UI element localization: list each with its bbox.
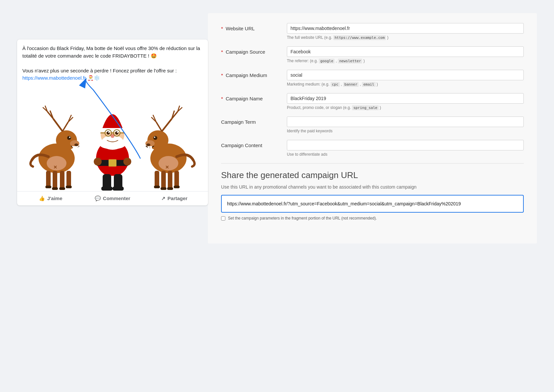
svg-rect-68 <box>155 171 159 187</box>
svg-rect-24 <box>66 186 72 188</box>
post-image: ✕ <box>17 86 208 191</box>
campaign-source-row: * Campaign Source The referrer: (e.g. go… <box>221 46 524 63</box>
campaign-name-input-col: Product, promo code, or slogan (e.g. spr… <box>287 93 524 110</box>
svg-point-57 <box>146 144 150 146</box>
svg-point-36 <box>107 131 110 135</box>
required-star-name: * <box>221 96 223 101</box>
campaign-content-hint: Use to differentiate ads <box>287 152 524 157</box>
svg-point-34 <box>110 97 115 102</box>
spring-sale-code: spring_sale <box>352 105 379 110</box>
website-url-input-col: The full website URL (e.g. https://www.e… <box>287 23 524 40</box>
campaign-term-row: Campaign Term Identify the paid keywords <box>221 117 524 133</box>
campaign-medium-input-col: Marketing medium: (e.g. cpc , banner , e… <box>287 70 524 87</box>
campaign-medium-row: * Campaign Medium Marketing medium: (e.g… <box>221 70 524 87</box>
share-button[interactable]: ↗ Partager <box>143 193 205 204</box>
campaign-source-label: Campaign Source <box>226 49 265 55</box>
campaign-medium-hint: Marketing medium: (e.g. cpc , banner , e… <box>287 82 524 87</box>
svg-rect-23 <box>59 187 65 190</box>
main-container: À l'occasion du Black Friday, Ma botte d… <box>17 13 537 244</box>
svg-rect-74 <box>167 187 173 190</box>
svg-rect-75 <box>174 186 180 188</box>
required-star-source: * <box>221 49 223 55</box>
campaign-medium-input[interactable] <box>287 70 524 80</box>
share-section-title: Share the generated campaign URL <box>221 170 524 180</box>
share-section: Share the generated campaign URL Use thi… <box>221 170 524 221</box>
svg-rect-59 <box>150 146 152 148</box>
website-url-input[interactable] <box>287 23 524 34</box>
banner-code: banner <box>343 82 359 87</box>
campaign-term-label-col: Campaign Term <box>221 117 287 125</box>
email-code: email <box>362 82 375 87</box>
checkbox-row: Set the campaign parameters in the fragm… <box>221 216 524 221</box>
campaign-term-input[interactable] <box>287 117 524 127</box>
svg-point-54 <box>145 140 155 147</box>
website-url-label-col: * Website URL <box>221 23 287 31</box>
cpc-code: cpc <box>331 82 340 87</box>
svg-point-37 <box>115 131 118 135</box>
svg-point-51 <box>123 158 131 166</box>
campaign-name-label: Campaign Name <box>226 96 263 101</box>
svg-rect-73 <box>161 187 166 190</box>
svg-point-56 <box>154 137 155 138</box>
svg-rect-20 <box>66 171 71 187</box>
campaign-content-row: Campaign Content Use to differentiate ad… <box>221 140 524 157</box>
svg-rect-48 <box>101 187 113 191</box>
campaign-medium-label: Campaign Medium <box>226 72 267 78</box>
svg-rect-8 <box>75 146 77 148</box>
svg-rect-19 <box>60 171 64 189</box>
fragment-checkbox[interactable] <box>221 216 225 221</box>
fragment-checkbox-label: Set the campaign parameters in the fragm… <box>228 216 377 221</box>
reindeer-illustration: ✕ <box>17 86 208 191</box>
campaign-content-input-col: Use to differentiate ads <box>287 140 524 157</box>
svg-rect-33 <box>101 128 124 132</box>
post-link[interactable]: https://www.mabottedenoel.fr <box>22 75 86 81</box>
svg-point-4 <box>67 136 71 140</box>
emoji1: 🤩 <box>151 53 157 59</box>
svg-point-50 <box>94 158 102 166</box>
svg-rect-29 <box>109 159 116 167</box>
svg-point-55 <box>153 136 157 140</box>
svg-rect-58 <box>148 146 150 148</box>
svg-rect-18 <box>53 171 57 189</box>
website-url-label: Website URL <box>226 26 255 31</box>
svg-text:✕: ✕ <box>53 165 57 170</box>
svg-rect-70 <box>168 171 172 189</box>
google-code: google <box>319 59 335 64</box>
svg-rect-71 <box>174 171 179 187</box>
post-link-line: https://www.mabottedenoel.fr 🎅❄️ <box>22 74 203 82</box>
section-divider <box>221 163 524 164</box>
comment-icon: 💬 <box>95 196 101 201</box>
svg-rect-7 <box>73 146 75 148</box>
like-button[interactable]: 👍 J'aime <box>20 193 82 204</box>
generated-url-box[interactable]: https://www.mabottedenoel.fr/?utm_source… <box>221 195 524 213</box>
share-icon: ↗ <box>161 196 165 201</box>
post-line1: À l'occasion du Black Friday, Ma botte d… <box>22 45 203 60</box>
campaign-name-row: * Campaign Name Product, promo code, or … <box>221 93 524 110</box>
required-star-website: * <box>221 26 223 31</box>
website-url-hint: The full website URL (e.g. https://www.e… <box>287 35 524 40</box>
facebook-post: À l'occasion du Black Friday, Ma botte d… <box>17 39 208 205</box>
post-text: À l'occasion du Black Friday, Ma botte d… <box>17 39 208 86</box>
post-emoji2: 🎅❄️ <box>88 75 100 81</box>
campaign-source-input[interactable] <box>287 46 524 57</box>
svg-point-6 <box>74 144 78 146</box>
svg-rect-69 <box>161 171 166 189</box>
comment-button[interactable]: 💬 Commenter <box>82 193 143 204</box>
campaign-name-label-col: * Campaign Name <box>221 93 287 101</box>
campaign-content-input[interactable] <box>287 140 524 150</box>
svg-point-5 <box>69 137 70 138</box>
post-line2: Vous n'avez plus une seconde à perdre ! … <box>22 67 203 75</box>
svg-point-38 <box>108 132 110 133</box>
svg-rect-17 <box>46 171 51 187</box>
required-star-medium: * <box>221 72 223 78</box>
campaign-name-input[interactable] <box>287 93 524 104</box>
campaign-source-hint: The referrer: (e.g. google , newsletter … <box>287 59 524 63</box>
left-panel: À l'occasion du Black Friday, Ma botte d… <box>17 13 208 205</box>
campaign-term-hint: Identify the paid keywords <box>287 129 524 133</box>
campaign-term-label: Campaign Term <box>221 119 256 125</box>
svg-text:✕: ✕ <box>165 165 169 170</box>
campaign-content-label: Campaign Content <box>221 143 262 148</box>
campaign-content-label-col: Campaign Content <box>221 140 287 148</box>
campaign-source-input-col: The referrer: (e.g. google , newsletter … <box>287 46 524 63</box>
website-url-example-code: https://www.example.com <box>333 35 386 40</box>
